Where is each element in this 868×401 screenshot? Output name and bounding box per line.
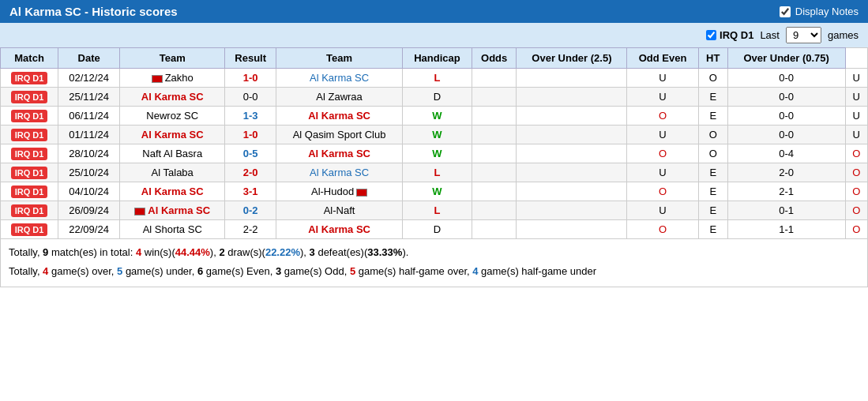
cell-match: IRQ D1 [1, 144, 58, 163]
cell-handicap [472, 220, 517, 239]
cell-handicap [472, 107, 517, 126]
cell-odd-even: E [698, 88, 727, 107]
cell-over-under2: U [845, 69, 867, 88]
cell-odds [517, 69, 627, 88]
cell-ht: 0-1 [727, 201, 845, 220]
league-filter-label: IRQ D1 [720, 29, 753, 41]
last-label: Last [760, 29, 780, 41]
cell-over-under: O [627, 220, 698, 239]
cell-over-under: U [627, 88, 698, 107]
cell-over-under: U [627, 126, 698, 144]
cell-over-under: U [627, 163, 698, 182]
cell-date: 25/11/24 [58, 88, 120, 107]
cell-odds [517, 107, 627, 126]
filter-bar: IRQ D1 Last 9 5 10 20 games [0, 23, 868, 47]
table-row: IRQ D102/12/24Zakho1-0Al Karma SCLUO0-0U [1, 69, 868, 88]
cell-match: IRQ D1 [1, 163, 58, 182]
cell-team2: Al Karma SC [276, 107, 402, 126]
cell-over-under: O [627, 107, 698, 126]
cell-result: 0-0 [225, 88, 276, 107]
scores-table: Match Date Team Result Team Handicap Odd… [0, 47, 868, 239]
cell-odds [517, 126, 627, 144]
cell-team2: Al Karma SC [276, 144, 402, 163]
cell-team2: Al-Naft [276, 201, 402, 220]
table-row: IRQ D125/11/24Al Karma SC0-0Al ZawraaDUE… [1, 88, 868, 107]
cell-match: IRQ D1 [1, 69, 58, 88]
cell-team2: Al Zawraa [276, 88, 402, 107]
cell-team1: Naft Al Basra [120, 144, 225, 163]
cell-odds [517, 182, 627, 201]
summary-line2: Totally, 4 game(s) over, 5 game(s) under… [9, 263, 859, 280]
games-select[interactable]: 9 5 10 20 [786, 27, 821, 43]
cell-result: 2-0 [225, 163, 276, 182]
cell-result: 2-2 [225, 220, 276, 239]
cell-team1: Al Talaba [120, 163, 225, 182]
cell-date: 28/10/24 [58, 144, 120, 163]
display-notes-label: Display Notes [795, 6, 859, 17]
cell-odds [517, 220, 627, 239]
cell-odds [517, 201, 627, 220]
cell-team1: Newroz SC [120, 107, 225, 126]
cell-date: 06/11/24 [58, 107, 120, 126]
cell-handicap [472, 182, 517, 201]
cell-outcome: W [403, 107, 472, 126]
table-row: IRQ D101/11/24Al Karma SC1-0Al Qasim Spo… [1, 126, 868, 144]
cell-outcome: L [403, 69, 472, 88]
summary-section: Totally, 9 match(es) in total: 4 win(s)(… [0, 239, 868, 287]
cell-team2: Al-Hudod [276, 182, 402, 201]
cell-ht: 0-4 [727, 144, 845, 163]
cell-outcome: W [403, 182, 472, 201]
cell-over-under2: O [845, 201, 867, 220]
col-date: Date [58, 48, 120, 69]
cell-over-under2: U [845, 126, 867, 144]
display-notes-checkbox[interactable] [780, 6, 791, 17]
cell-team1: Al Karma SC [120, 126, 225, 144]
col-ht: HT [698, 48, 727, 69]
cell-over-under2: O [845, 163, 867, 182]
cell-team1: Al Karma SC [120, 88, 225, 107]
cell-match: IRQ D1 [1, 88, 58, 107]
league-filter-checkbox[interactable] [706, 30, 716, 40]
display-notes-control[interactable]: Display Notes [780, 6, 859, 17]
cell-odd-even: E [698, 163, 727, 182]
cell-odd-even: O [698, 144, 727, 163]
cell-handicap [472, 144, 517, 163]
cell-team1: Al Shorta SC [120, 220, 225, 239]
cell-result: 1-3 [225, 107, 276, 126]
table-row: IRQ D122/09/24Al Shorta SC2-2Al Karma SC… [1, 220, 868, 239]
cell-over-under2: O [845, 144, 867, 163]
cell-over-under2: O [845, 182, 867, 201]
cell-odds [517, 144, 627, 163]
table-row: IRQ D106/11/24Newroz SC1-3Al Karma SCWOE… [1, 107, 868, 126]
col-over-under: Over Under (2.5) [517, 48, 627, 69]
cell-handicap [472, 88, 517, 107]
cell-match: IRQ D1 [1, 201, 58, 220]
cell-ht: 2-1 [727, 182, 845, 201]
cell-ht: 0-0 [727, 88, 845, 107]
table-row: IRQ D126/09/24Al Karma SC0-2Al-NaftLUE0-… [1, 201, 868, 220]
cell-odd-even: O [698, 69, 727, 88]
cell-team1: Al Karma SC [120, 182, 225, 201]
cell-outcome: D [403, 88, 472, 107]
cell-odd-even: O [698, 126, 727, 144]
cell-ht: 0-0 [727, 126, 845, 144]
col-odd-even: Odd Even [627, 48, 698, 69]
cell-odd-even: E [698, 182, 727, 201]
cell-odds [517, 163, 627, 182]
cell-result: 1-0 [225, 126, 276, 144]
cell-over-under2: U [845, 107, 867, 126]
cell-date: 02/12/24 [58, 69, 120, 88]
header-bar: Al Karma SC - Historic scores Display No… [0, 0, 868, 23]
cell-outcome: D [403, 220, 472, 239]
cell-over-under2: O [845, 220, 867, 239]
col-team1: Team [120, 48, 225, 69]
cell-team2: Al Karma SC [276, 220, 402, 239]
cell-match: IRQ D1 [1, 220, 58, 239]
cell-ht: 2-0 [727, 163, 845, 182]
cell-result: 0-2 [225, 201, 276, 220]
cell-date: 22/09/24 [58, 220, 120, 239]
cell-outcome: W [403, 144, 472, 163]
games-label: games [828, 29, 859, 41]
cell-result: 3-1 [225, 182, 276, 201]
col-odds: Odds [472, 48, 517, 69]
